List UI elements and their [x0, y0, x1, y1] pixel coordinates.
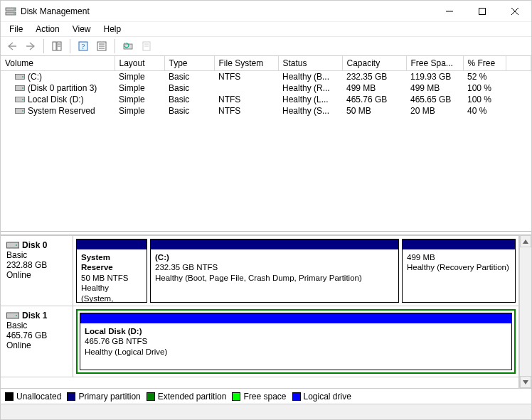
legend-extended: Extended partition: [147, 392, 227, 402]
volume-capacity: 232.35 GB: [342, 71, 406, 83]
disk-type: Basic: [6, 321, 67, 330]
drive-icon: [15, 107, 25, 114]
partition-area-0: System Reserve 50 MB NTFS Healthy (Syste…: [73, 236, 518, 306]
volume-pctfree: 100 %: [463, 94, 506, 105]
settings-button[interactable]: [93, 38, 110, 54]
partition-status: Healthy (Boot, Page File, Crash Dump, Pr…: [155, 273, 394, 283]
volume-status: Healthy (B...: [278, 71, 342, 83]
col-volume[interactable]: Volume: [1, 56, 115, 71]
partition-recovery[interactable]: 499 MB Healthy (Recovery Partition): [402, 239, 516, 303]
svg-point-33: [16, 315, 17, 316]
legend-logical: Logical drive: [292, 392, 351, 402]
partition-stripe: [77, 239, 147, 249]
volume-list-pane: Volume Layout Type File System Status Ca…: [1, 56, 531, 231]
disk-header-1[interactable]: Disk 1 Basic 465.76 GB Online: [1, 306, 73, 377]
col-capacity[interactable]: Capacity: [342, 56, 406, 71]
volume-capacity: 50 MB: [342, 105, 406, 117]
volume-name: (C:): [28, 72, 42, 82]
help-button[interactable]: ?: [75, 38, 92, 54]
disk-size: 232.88 GB: [6, 260, 67, 270]
svg-point-23: [22, 76, 23, 77]
disk-header-0[interactable]: Disk 0 Basic 232.88 GB Online: [1, 236, 73, 306]
col-pctfree[interactable]: % Free: [463, 56, 506, 71]
forward-button[interactable]: [22, 38, 39, 54]
svg-point-29: [22, 110, 23, 112]
col-status[interactable]: Status: [278, 56, 342, 71]
logical-drive-d[interactable]: Local Disk (D:) 465.76 GB NTFS Healthy (…: [80, 313, 512, 370]
volume-filesystem: NTFS: [214, 94, 278, 105]
scroll-track[interactable]: [520, 247, 531, 376]
drive-icon: [15, 96, 25, 103]
table-row[interactable]: Local Disk (D:)SimpleBasicNTFSHealthy (L…: [1, 94, 531, 105]
disk-name: Disk 1: [22, 311, 47, 321]
volume-layout: Simple: [115, 105, 164, 117]
titlebar: Disk Management: [1, 1, 531, 22]
window-title: Disk Management: [21, 6, 433, 16]
partition-area-1: Local Disk (D:) 465.76 GB NTFS Healthy (…: [73, 306, 518, 377]
volume-capacity: 465.76 GB: [342, 94, 406, 105]
volume-free: 499 MB: [406, 82, 463, 94]
svg-point-2: [14, 9, 15, 10]
partition-c[interactable]: (C:) 232.35 GB NTFS Healthy (Boot, Page …: [150, 239, 399, 303]
menubar: File Action View Help: [1, 22, 531, 36]
toolbar-divider: [115, 39, 115, 53]
drive-icon: [15, 85, 25, 92]
scroll-up-button[interactable]: [520, 235, 531, 247]
menu-view[interactable]: View: [67, 23, 97, 35]
disk-row-1[interactable]: Disk 1 Basic 465.76 GB Online Local Disk…: [1, 306, 518, 377]
col-layout[interactable]: Layout: [115, 56, 164, 71]
volume-table[interactable]: Volume Layout Type File System Status Ca…: [1, 56, 531, 117]
volume-name: (Disk 0 partition 3): [28, 83, 97, 93]
toolbar-divider: [43, 39, 44, 53]
minimize-button[interactable]: [433, 1, 466, 22]
vertical-scrollbar[interactable]: [519, 235, 531, 388]
volume-layout: Simple: [115, 82, 164, 94]
partition-system-reserved[interactable]: System Reserve 50 MB NTFS Healthy (Syste…: [76, 239, 147, 303]
volume-name: System Reserved: [28, 106, 95, 116]
volume-pctfree: 52 %: [463, 71, 506, 83]
partition-label: (C:): [155, 252, 394, 262]
disk-type: Basic: [6, 250, 67, 260]
maximize-button[interactable]: [466, 1, 499, 22]
close-button[interactable]: [499, 1, 531, 22]
volume-filesystem: NTFS: [214, 71, 278, 83]
drive-icon: [15, 73, 25, 80]
disk-map: Disk 0 Basic 232.88 GB Online System Res…: [1, 235, 519, 388]
partition-stripe: [80, 313, 511, 323]
refresh-button[interactable]: [119, 38, 137, 54]
menu-action[interactable]: Action: [30, 23, 65, 35]
legend-primary: Primary partition: [67, 392, 140, 402]
volume-layout: Simple: [115, 94, 164, 105]
partition-stripe: [151, 239, 398, 249]
volume-filesystem: NTFS: [214, 105, 278, 117]
svg-rect-5: [479, 8, 486, 14]
col-filesystem[interactable]: File System: [214, 56, 278, 71]
volume-free: 119.93 GB: [406, 71, 463, 83]
col-type[interactable]: Type: [164, 56, 214, 71]
show-hide-tree-button[interactable]: [48, 38, 65, 54]
back-button[interactable]: [4, 38, 21, 54]
toolbar-divider: [70, 39, 70, 53]
menu-help[interactable]: Help: [98, 23, 127, 35]
col-freespace[interactable]: Free Spa...: [406, 56, 463, 71]
table-row[interactable]: System ReservedSimpleBasicNTFSHealthy (S…: [1, 105, 531, 117]
svg-point-27: [22, 99, 23, 100]
menu-file[interactable]: File: [4, 23, 28, 35]
properties-button[interactable]: [138, 38, 155, 54]
disk-row-0[interactable]: Disk 0 Basic 232.88 GB Online System Res…: [1, 235, 518, 306]
partition-size: 50 MB NTFS: [81, 273, 142, 283]
volume-free: 20 MB: [406, 105, 463, 117]
svg-point-25: [22, 87, 23, 89]
extended-partition[interactable]: Local Disk (D:) 465.76 GB NTFS Healthy (…: [76, 309, 516, 374]
volume-capacity: 499 MB: [342, 82, 406, 94]
disk-status: Online: [6, 270, 67, 280]
table-row[interactable]: (Disk 0 partition 3)SimpleBasicHealthy (…: [1, 82, 531, 94]
app-icon: [5, 6, 16, 17]
svg-rect-8: [53, 42, 56, 50]
volume-type: Basic: [164, 94, 214, 105]
scroll-down-button[interactable]: [520, 376, 531, 388]
volume-filesystem: [214, 82, 278, 94]
table-row[interactable]: (C:)SimpleBasicNTFSHealthy (B...232.35 G…: [1, 71, 531, 83]
partition-status: Healthy (System,: [81, 283, 142, 302]
partition-size: 499 MB: [407, 252, 511, 262]
